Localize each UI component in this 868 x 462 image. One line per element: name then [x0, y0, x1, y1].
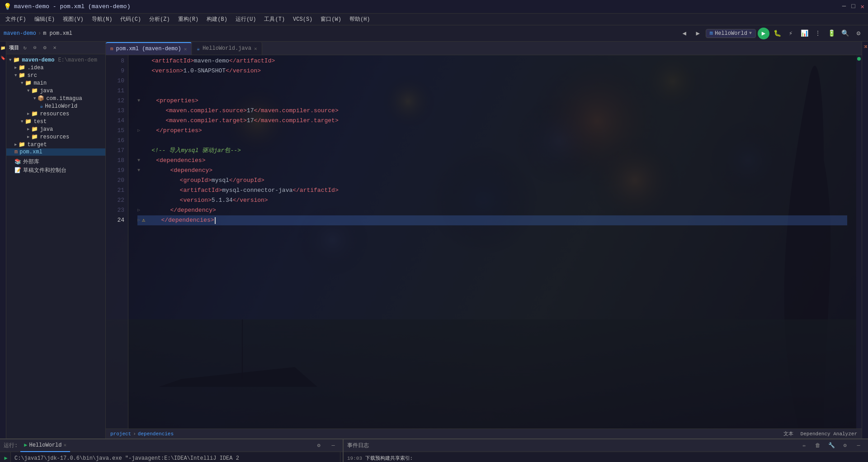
ln-8: 8: [121, 56, 124, 66]
right-gutter: [856, 55, 862, 429]
code-content[interactable]: <artifactId>maven-demo</artifactId> <ver…: [128, 55, 856, 429]
run-tab-close[interactable]: ✕: [63, 442, 66, 448]
ln-20: 20: [117, 176, 124, 186]
tab-pom-xml[interactable]: m pom.xml (maven-demo) ✕: [106, 42, 192, 55]
ln-14: 14: [117, 116, 124, 126]
tab-pom-close[interactable]: ✕: [184, 46, 187, 52]
ln-22: 22: [117, 195, 124, 205]
tree-ext-libs[interactable]: 📚 外部库: [6, 157, 105, 166]
tree-scratch-icon: 📝: [14, 167, 21, 174]
menu-help[interactable]: 帮助(H): [346, 14, 374, 24]
breadcrumb-project[interactable]: maven-demo: [4, 30, 36, 37]
tree-src-icon: 📁: [19, 72, 25, 79]
right-maven-btn[interactable]: M: [863, 43, 868, 50]
run-cmd-line: C:\java17\jdk-17.0.6\bin\java.exe "-java…: [14, 454, 336, 462]
ln-13: 13: [117, 106, 124, 116]
panel-refresh-button[interactable]: ↻: [21, 44, 29, 52]
back-button[interactable]: ◀: [679, 28, 690, 39]
run-minimize-btn[interactable]: ─: [327, 440, 339, 452]
app-icon: 💡: [4, 3, 11, 10]
tree-java-folder[interactable]: ▼ 📁 java: [6, 87, 105, 95]
tree-scratch[interactable]: 📝 草稿文件和控制台: [6, 166, 105, 175]
more-run-button[interactable]: ⋮: [812, 28, 824, 39]
run-button[interactable]: ▶: [758, 28, 769, 39]
event-settings-btn[interactable]: ⚙: [839, 440, 851, 452]
event-wrench-btn[interactable]: 🔧: [826, 440, 837, 452]
panel-collapse-button[interactable]: ⊖: [31, 44, 39, 52]
tree-test-label: test: [33, 119, 47, 125]
tree-root-icon: 📁: [13, 57, 20, 63]
ln-16: 16: [117, 136, 124, 146]
event-edit-btn[interactable]: ✏: [798, 440, 810, 452]
menu-vcs[interactable]: VCS(S): [289, 15, 316, 24]
breadcrumb-project-label[interactable]: project: [110, 431, 131, 437]
main-layout: 📁 🔖 项目 ↻ ⊖ ⚙ ✕ ▼ 📁 maven-demo E:\maven-d…: [0, 42, 868, 438]
panel-close-button[interactable]: ✕: [51, 44, 59, 52]
forward-button[interactable]: ▶: [692, 28, 704, 39]
profile-button[interactable]: 📊: [798, 28, 810, 39]
tree-resources-folder[interactable]: ▶ 📁 resources: [6, 110, 105, 118]
tab-helloworld[interactable]: ☕ HelloWorld.java ✕: [192, 42, 262, 55]
tab-hw-close[interactable]: ✕: [254, 46, 257, 52]
tree-idea-folder[interactable]: ▶ 📁 .idea: [6, 64, 105, 71]
event-panel-header: 事件日志 ✏ 🗑 🔧 ⚙ ─: [344, 439, 868, 452]
menu-file[interactable]: 文件(F): [2, 14, 30, 24]
tree-test-res-label: resources: [40, 134, 69, 140]
breadcrumb-file: m pom.xml: [43, 30, 72, 37]
menu-analyze[interactable]: 分析(Z): [146, 14, 174, 24]
settings-button[interactable]: ⚙: [853, 28, 864, 39]
tab-text[interactable]: 文本: [783, 430, 793, 437]
code-line-12: ▼ <properties>: [137, 96, 847, 106]
event-close-btn[interactable]: ─: [853, 440, 864, 452]
tree-test-resources-folder[interactable]: ▶ 📁 resources: [6, 133, 105, 141]
tree-target-folder[interactable]: ▶ 📁 target: [6, 141, 105, 148]
tree-java-label: java: [40, 88, 53, 94]
menu-build[interactable]: 构建(B): [203, 14, 231, 24]
bookmark-icon[interactable]: 🔖: [0, 53, 6, 62]
tab-dep-analyzer[interactable]: Dependency Analyzer: [801, 431, 857, 437]
run-settings-btn[interactable]: ⚙: [313, 440, 325, 452]
code-line-11: [137, 86, 847, 96]
menu-navigate[interactable]: 导航(N): [88, 14, 116, 24]
event-row-0: 19:03 下载预构建共享索引:: [347, 455, 864, 462]
menu-window[interactable]: 窗口(W): [317, 14, 345, 24]
run-restart-btn[interactable]: ▶: [2, 454, 10, 462]
tree-test-folder[interactable]: ▼ 📁 test: [6, 118, 105, 125]
search-button[interactable]: 🔍: [839, 28, 851, 39]
coverage-button[interactable]: ⚡: [785, 28, 797, 39]
debug-button[interactable]: 🐛: [771, 28, 783, 39]
tree-main-folder[interactable]: ▼ 📁 main: [6, 79, 105, 87]
ln-12: 12: [117, 96, 124, 106]
tree-src-folder[interactable]: ▼ 📁 src: [6, 71, 105, 79]
title-bar-controls: ─ □ ✕: [842, 3, 864, 10]
menu-run[interactable]: 运行(U): [232, 14, 260, 24]
run-tab-helloworld[interactable]: ▶ HelloWorld ✕: [20, 439, 70, 452]
run-controls: ▶ ■ ↩ 🗑 ⬇ ⋮: [0, 452, 11, 462]
power-save-button[interactable]: 🔋: [826, 28, 837, 39]
tree-root-label: maven-demo: [22, 57, 54, 63]
tree-test-java-folder[interactable]: ▶ 📁 java: [6, 125, 105, 133]
event-delete-btn[interactable]: 🗑: [812, 440, 824, 452]
menu-view[interactable]: 视图(V): [59, 14, 87, 24]
breadcrumb-deps-label[interactable]: dependencies: [138, 431, 174, 437]
ln-19: 19: [117, 166, 124, 176]
breadcrumb-sep: ›: [38, 30, 41, 37]
menu-edit[interactable]: 编辑(E): [31, 14, 59, 24]
run-scrollbar[interactable]: [340, 452, 343, 462]
menu-refactor[interactable]: 重构(R): [175, 14, 203, 24]
tree-main-icon: 📁: [25, 80, 32, 86]
tree-test-java-icon: 📁: [31, 126, 38, 133]
run-config-button[interactable]: m HelloWorld ▼: [706, 29, 756, 38]
tree-helloworld-file[interactable]: ☕ HelloWorld: [6, 102, 105, 110]
menu-tools[interactable]: 工具(T): [260, 14, 288, 24]
close-button[interactable]: ✕: [861, 3, 864, 10]
panel-settings-button[interactable]: ⚙: [41, 44, 49, 52]
bottom-area: 运行: ▶ HelloWorld ✕ ⚙ ─ ▶ ■ ↩ 🗑 ⬇ ⋮ C:\ja…: [0, 438, 868, 462]
menu-code[interactable]: 代码(C): [117, 14, 145, 24]
maximize-button[interactable]: □: [851, 3, 855, 10]
project-icon[interactable]: 📁: [0, 43, 6, 52]
tree-package-folder[interactable]: ▼ 📦 com.itmagua: [6, 95, 105, 102]
tree-pom-xml-file[interactable]: m pom.xml: [6, 148, 105, 156]
tree-root[interactable]: ▼ 📁 maven-demo E:\maven-dem: [6, 56, 105, 64]
minimize-button[interactable]: ─: [842, 3, 846, 10]
